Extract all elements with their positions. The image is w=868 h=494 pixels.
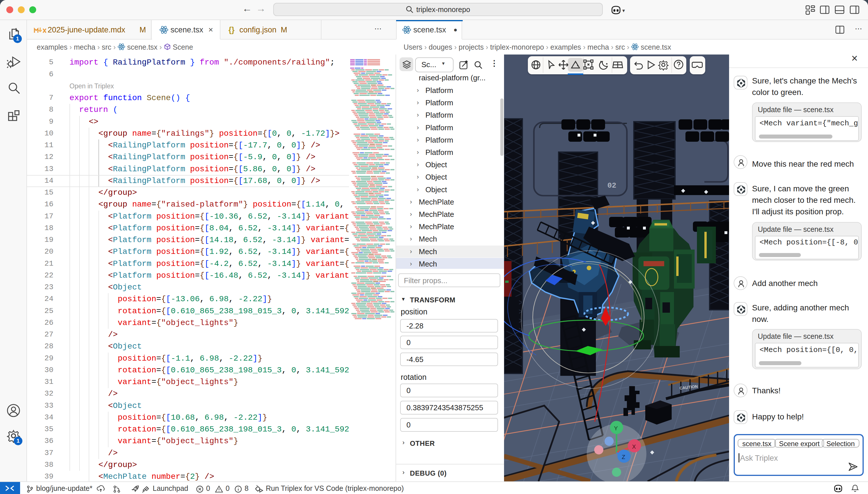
svg-text:02: 02	[607, 181, 616, 190]
svg-text:Z: Z	[622, 454, 625, 460]
svg-text:X: X	[632, 443, 636, 450]
svg-text:Y: Y	[614, 425, 618, 432]
